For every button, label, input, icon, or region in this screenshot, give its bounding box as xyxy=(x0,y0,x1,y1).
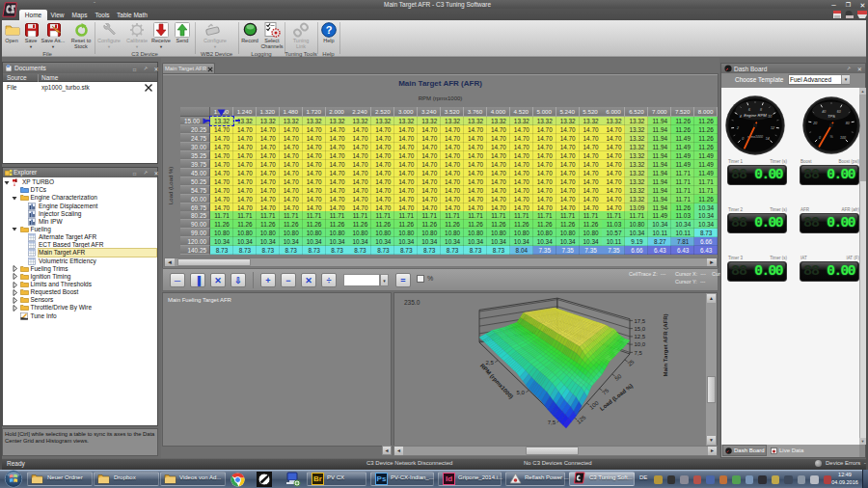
svg-text:2,5: 2,5 xyxy=(485,360,494,366)
svg-text:10: 10 xyxy=(768,115,772,119)
svg-text:Engine RPM: Engine RPM xyxy=(744,113,767,118)
svg-text:75: 75 xyxy=(601,387,610,395)
svg-text:25: 25 xyxy=(627,359,636,367)
svg-text:17,5: 17,5 xyxy=(635,318,646,324)
svg-text:RPM (rpmx1000): RPM (rpmx1000) xyxy=(479,363,514,399)
svg-text:7,5: 7,5 xyxy=(635,350,643,356)
svg-text:4: 4 xyxy=(740,115,742,119)
svg-text:0: 0 xyxy=(819,136,821,140)
svg-text:5,0: 5,0 xyxy=(517,390,526,395)
svg-text:10,0: 10,0 xyxy=(635,341,646,347)
svg-text:7,5: 7,5 xyxy=(548,420,556,425)
svg-text:6: 6 xyxy=(748,108,750,112)
svg-text:0: 0 xyxy=(742,137,744,141)
svg-text:20: 20 xyxy=(812,122,817,125)
svg-text:12,5: 12,5 xyxy=(635,334,646,339)
svg-text:Load (Load %): Load (Load %) xyxy=(599,383,634,412)
svg-text:100: 100 xyxy=(588,399,600,410)
svg-text:50: 50 xyxy=(614,373,623,382)
svg-text:2: 2 xyxy=(736,126,739,130)
svg-text:14: 14 xyxy=(766,137,770,141)
svg-text:60: 60 xyxy=(837,110,841,114)
svg-text:TPS: TPS xyxy=(827,114,835,119)
svg-text:80: 80 xyxy=(846,122,850,125)
svg-text:Main Target AFR (AFR): Main Target AFR (AFR) xyxy=(663,314,668,377)
svg-text:40: 40 xyxy=(822,110,826,114)
svg-text:12: 12 xyxy=(771,126,774,130)
svg-text:8: 8 xyxy=(760,108,762,112)
svg-text:100: 100 xyxy=(840,136,846,140)
svg-text:?: ? xyxy=(326,24,333,36)
svg-text:125: 125 xyxy=(576,414,587,424)
svg-text:15,0: 15,0 xyxy=(635,326,646,332)
